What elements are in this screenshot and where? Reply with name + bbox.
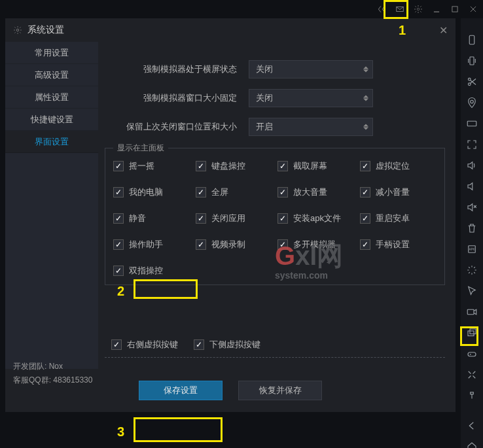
checkbox-icon[interactable] <box>113 266 124 276</box>
checkbox-label: 减小音量 <box>376 186 410 198</box>
sidebar-item-label: 属性设置 <box>35 92 69 103</box>
window-close-icon[interactable]: ✕ <box>439 24 448 37</box>
sidebar-item-label: 界面设置 <box>35 136 69 148</box>
multi-window-icon[interactable] <box>466 327 478 339</box>
checkbox-icon[interactable] <box>360 213 370 224</box>
checkbox-item[interactable]: 键盘操控 <box>196 160 273 172</box>
checkbox-icon[interactable] <box>113 213 124 224</box>
checkbox-bottom-virtual[interactable]: 下侧虚拟按键 <box>194 339 260 351</box>
svg-text:APK: APK <box>469 248 474 251</box>
button-label: 恢复并保存 <box>259 385 302 396</box>
fullscreen-icon[interactable] <box>466 139 478 150</box>
close-icon[interactable] <box>469 5 478 14</box>
gear-icon[interactable] <box>414 5 423 14</box>
shake-icon[interactable] <box>466 55 478 67</box>
checkbox-item[interactable]: 截取屏幕 <box>277 160 355 172</box>
checkbox-item[interactable]: 视频录制 <box>196 239 273 250</box>
checkbox-right-virtual[interactable]: 右侧虚拟按键 <box>111 339 178 351</box>
checkbox-icon[interactable] <box>360 161 370 171</box>
device-icon[interactable] <box>466 34 478 46</box>
checkbox-item[interactable]: 静音 <box>113 213 190 224</box>
checkbox-icon[interactable] <box>194 339 204 350</box>
back-icon[interactable] <box>377 5 386 14</box>
checkbox-item[interactable]: 关闭应用 <box>196 213 273 224</box>
gamepad-icon[interactable] <box>466 348 478 360</box>
checkbox-item[interactable]: 全屏 <box>196 186 273 198</box>
checkbox-item[interactable]: 我的电脑 <box>113 186 190 198</box>
checkbox-icon[interactable] <box>111 339 122 350</box>
cursor-icon[interactable] <box>466 285 478 297</box>
fixed-size-select[interactable]: 关闭 <box>249 89 373 107</box>
checkbox-item[interactable]: 虚拟定位 <box>360 160 437 172</box>
content-panel: Gxl网 system.com 强制模拟器处于横屏状态 关闭 强制模拟器窗口大小… <box>98 42 456 369</box>
record-icon[interactable] <box>466 306 478 318</box>
checkbox-label: 静音 <box>129 213 146 224</box>
keyboard-icon[interactable] <box>466 118 478 129</box>
checkbox-icon[interactable] <box>196 213 206 224</box>
checkbox-label: 关闭应用 <box>211 213 245 224</box>
svg-rect-21 <box>468 331 474 336</box>
checkbox-item[interactable]: 手柄设置 <box>360 239 437 250</box>
checkbox-item[interactable]: 多开模拟器 <box>277 239 355 250</box>
checkbox-label: 安装apk文件 <box>293 213 341 224</box>
svg-rect-26 <box>471 392 474 394</box>
sidebar-item-common[interactable]: 常用设置 <box>5 42 98 64</box>
checkbox-icon[interactable] <box>360 239 370 250</box>
checkbox-icon[interactable] <box>113 239 124 250</box>
trash-icon[interactable] <box>466 222 478 234</box>
checkbox-label: 我的电脑 <box>129 186 163 198</box>
checkbox-icon[interactable] <box>113 187 124 198</box>
mail-icon[interactable] <box>395 5 404 14</box>
loading-icon[interactable] <box>466 264 478 276</box>
mute-icon[interactable] <box>466 201 478 213</box>
checkbox-icon[interactable] <box>196 161 206 171</box>
checkbox-icon[interactable] <box>360 187 370 198</box>
home-icon[interactable] <box>466 441 478 448</box>
checkbox-item[interactable]: 摇一摇 <box>113 160 190 172</box>
checkbox-item[interactable]: 重启安卓 <box>360 213 437 224</box>
collapse-icon[interactable] <box>466 390 478 402</box>
two-finger-icon[interactable] <box>466 369 478 381</box>
checkbox-label: 手柄设置 <box>376 239 410 250</box>
svg-rect-7 <box>469 35 474 44</box>
apk-icon[interactable]: APK <box>466 243 478 255</box>
back-nav-icon[interactable] <box>466 420 478 432</box>
scissors-icon[interactable] <box>466 76 478 88</box>
checkbox-item[interactable]: 减小音量 <box>360 186 437 198</box>
main-panel-fieldset: 显示在主面板 摇一摇键盘操控截取屏幕虚拟定位我的电脑全屏放大音量减小音量静音关闭… <box>105 148 445 285</box>
footer-info: 开发团队: Nox 客服QQ群: 483615330 <box>13 360 92 388</box>
restore-button[interactable]: 恢复并保存 <box>238 381 322 400</box>
minimize-icon[interactable] <box>432 5 441 14</box>
sidebar-item-property[interactable]: 属性设置 <box>5 86 98 109</box>
checkbox-icon[interactable] <box>277 161 288 171</box>
checkbox-label: 摇一摇 <box>129 160 154 172</box>
window-title: 系统设置 <box>27 24 64 36</box>
remember-position-select[interactable]: 开启 <box>249 118 373 136</box>
sidebar-item-interface[interactable]: 界面设置 <box>5 131 98 153</box>
select-value: 开启 <box>256 121 273 133</box>
checkbox-label: 操作助手 <box>129 239 163 250</box>
svg-rect-20 <box>467 309 474 315</box>
location-icon[interactable] <box>466 97 478 109</box>
checkbox-icon[interactable] <box>113 161 124 171</box>
landscape-select[interactable]: 关闭 <box>249 60 373 78</box>
checkbox-item[interactable]: 安装apk文件 <box>277 213 355 224</box>
volume-down-icon[interactable] <box>466 181 478 192</box>
checkbox-icon[interactable] <box>277 187 288 198</box>
checkbox-label: 下侧虚拟按键 <box>209 339 260 351</box>
checkbox-icon[interactable] <box>277 239 288 250</box>
sidebar-item-hotkey[interactable]: 快捷键设置 <box>5 109 98 131</box>
select-value: 关闭 <box>256 63 273 75</box>
checkbox-item[interactable]: 放大音量 <box>277 186 355 198</box>
checkbox-icon[interactable] <box>196 187 206 198</box>
checkbox-item[interactable]: 双指操控 <box>113 265 190 277</box>
checkbox-icon[interactable] <box>196 239 206 250</box>
checkbox-icon[interactable] <box>277 213 288 224</box>
maximize-icon[interactable] <box>450 5 459 14</box>
checkbox-item[interactable]: 操作助手 <box>113 239 190 250</box>
volume-up-icon[interactable] <box>466 160 478 171</box>
sidebar-item-advanced[interactable]: 高级设置 <box>5 64 98 86</box>
window-header: 系统设置 ✕ <box>5 18 456 42</box>
sidebar-item-label: 快捷键设置 <box>31 114 73 126</box>
save-button[interactable]: 保存设置 <box>139 381 223 400</box>
